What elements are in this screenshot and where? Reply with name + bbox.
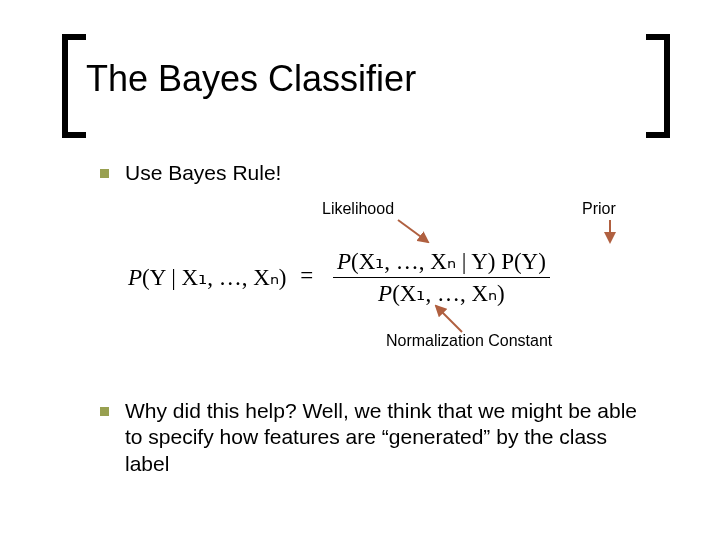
title-bracket-left [62,34,86,138]
bullet-1-text: Use Bayes Rule! [125,161,281,184]
slide-title: The Bayes Classifier [86,58,416,100]
formula-fraction: P(X₁, …, Xₙ | Y) P(Y) P(X₁, …, Xₙ) [333,248,550,307]
arrow-likelihood-icon [396,218,436,248]
anno-prior: Prior [582,200,616,218]
title-bracket-right [646,34,670,138]
bullet-square-icon [100,407,109,416]
formula-num-args: (X₁, …, Xₙ | Y) P(Y) [351,249,546,274]
formula-denominator: P(X₁, …, Xₙ) [333,278,550,307]
bullet-2-text: Why did this help? Well, we think that w… [125,398,645,477]
formula-numerator: P(X₁, …, Xₙ | Y) P(Y) [333,248,550,278]
formula-equals: = [292,263,321,288]
formula-lhs-args: (Y | X₁, …, Xₙ) [142,265,286,290]
anno-likelihood: Likelihood [322,200,394,218]
formula-den-P: P [378,281,392,306]
slide: The Bayes Classifier Use Bayes Rule! Lik… [0,0,720,540]
formula-lhs-P: P [128,265,142,290]
arrow-prior-icon [598,218,622,248]
svg-line-0 [398,220,428,242]
formula-num-P: P [337,249,351,274]
svg-line-2 [436,306,462,332]
bullet-square-icon [100,169,109,178]
bullet-1: Use Bayes Rule! [100,160,281,186]
formula-den-args: (X₁, …, Xₙ) [392,281,505,306]
bayes-formula: P(Y | X₁, …, Xₙ) = P(X₁, …, Xₙ | Y) P(Y)… [128,248,550,307]
bullet-2: Why did this help? Well, we think that w… [100,398,660,477]
